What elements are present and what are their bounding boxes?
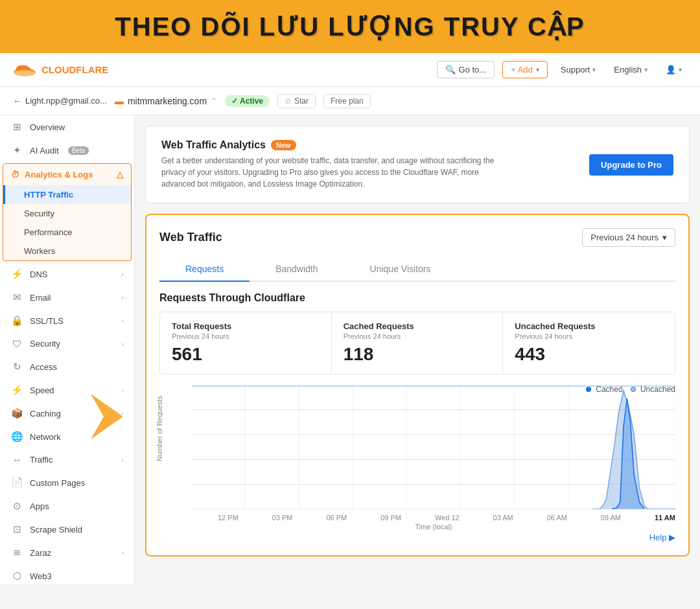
sidebar-item-scrape-shield[interactable]: ⊡ Scrape Shield [0, 518, 134, 541]
sidebar-item-http-traffic[interactable]: HTTP Traffic [3, 185, 131, 204]
chart-container: Cached Uncached Number of Requests [159, 385, 675, 527]
goto-button[interactable]: 🔍 Go to... [437, 61, 495, 78]
x-axis-title: Time (local) [192, 523, 675, 531]
stats-section-title: Requests Through Cloudflare [159, 292, 675, 304]
access-icon: ↻ [10, 361, 23, 373]
caching-icon: 📦 [10, 408, 23, 419]
sidebar-item-access[interactable]: ↻ Access [0, 355, 134, 378]
sidebar-item-dns[interactable]: ⚡ DNS › [0, 262, 134, 286]
custom-pages-icon: 📄 [10, 477, 23, 488]
sidebar-item-network[interactable]: 🌐 Network [0, 425, 134, 448]
main-layout: ⊞ Overview ✦ AI Audit Beta ⏱ Analytics &… [0, 115, 700, 584]
new-badge: New [271, 140, 296, 150]
analytics-logs-header[interactable]: ⏱ Analytics & Logs △ [3, 164, 131, 185]
star-button[interactable]: ☆ Star [277, 94, 316, 108]
upgrade-button[interactable]: Upgrade to Pro [589, 154, 673, 176]
shield-icon: 🛡 [10, 338, 23, 349]
promo-title: Web Traffic Analytics New [161, 139, 511, 151]
traffic-tabs: Requests Bandwidth Unique Visitors [159, 257, 675, 282]
sidebar-item-apps[interactable]: ⊙ Apps [0, 494, 134, 518]
chevron-right-icon: › [121, 456, 124, 464]
traffic-chart: 498 400 300 200 100 0 [192, 385, 675, 509]
promo-description: Get a better understanding of your websi… [161, 155, 511, 190]
scrape-shield-icon: ⊡ [10, 523, 23, 535]
analytics-icon: ⏱ [11, 170, 19, 179]
banner: THEO DÕI LƯU LƯỢNG TRUY CẬP [0, 0, 700, 53]
svg-point-4 [14, 70, 36, 75]
sidebar-item-web3[interactable]: ⬡ Web3 [0, 564, 134, 584]
sidebar: ⊞ Overview ✦ AI Audit Beta ⏱ Analytics &… [0, 115, 135, 584]
cloudflare-logo: CLOUDFLARE [13, 62, 108, 78]
domain-badge: ▬ mitmmarketing.com ⌃ [115, 96, 217, 106]
cached-requests-stat: Cached Requests Previous 24 hours 118 [332, 312, 504, 374]
chevron-down-icon: ▾ [644, 66, 648, 73]
promo-card: Web Traffic Analytics New Get a better u… [145, 126, 690, 203]
traffic-card: Web Traffic Previous 24 hours ▾ Requests… [145, 214, 690, 557]
chart-wrapper: Number of Requests 498 400 300 200 [159, 385, 675, 531]
chevron-right-icon: › [121, 293, 124, 301]
chevron-down-icon: ▾ [662, 233, 667, 242]
chevron-down-icon: ▾ [679, 66, 682, 73]
sidebar-item-zaraz[interactable]: ≋ Zaraz › [0, 541, 134, 564]
sidebar-item-workers[interactable]: Workers [3, 242, 131, 260]
traffic-icon: ↔ [10, 454, 23, 465]
sidebar-item-performance[interactable]: Performance [3, 223, 131, 242]
ai-audit-icon: ✦ [10, 144, 23, 156]
sidebar-item-ssl-tls[interactable]: 🔒 SSL/TLS › [0, 309, 134, 332]
sidebar-item-traffic[interactable]: ↔ Traffic › [0, 448, 134, 471]
search-icon: 🔍 [445, 65, 456, 75]
email-icon: ✉ [10, 292, 23, 303]
chevron-down-icon: ▾ [592, 66, 596, 73]
tab-requests[interactable]: Requests [159, 257, 250, 282]
logo-text: CLOUDFLARE [41, 64, 108, 75]
y-axis-label: Number of Requests [156, 396, 163, 462]
apps-icon: ⊙ [10, 500, 23, 512]
sidebar-item-custom-pages[interactable]: 📄 Custom Pages [0, 471, 134, 494]
user-icon: 👤 [666, 65, 676, 75]
traffic-title: Web Traffic [159, 231, 222, 244]
beta-badge: Beta [68, 146, 89, 155]
overview-icon: ⊞ [10, 121, 23, 133]
sidebar-item-security[interactable]: Security [3, 204, 131, 223]
language-button[interactable]: English ▾ [609, 62, 653, 78]
add-button[interactable]: + Add ▾ [502, 61, 548, 78]
chevron-down-icon: ▾ [536, 66, 539, 73]
plan-badge: Free plan [323, 94, 371, 108]
tab-unique-visitors[interactable]: Unique Visitors [344, 257, 457, 282]
web3-icon: ⬡ [10, 570, 23, 582]
sidebar-item-email[interactable]: ✉ Email › [0, 286, 134, 309]
chevron-right-icon: › [121, 317, 124, 325]
time-range-selector[interactable]: Previous 24 hours ▾ [582, 228, 675, 247]
sidebar-item-security-nav[interactable]: 🛡 Security › [0, 332, 134, 355]
x-axis-labels: 12 PM 03 PM 06 PM 09 PM Wed 12 03 AM 06 … [192, 514, 675, 522]
tab-bandwidth[interactable]: Bandwidth [250, 257, 344, 282]
chevron-right-icon: › [121, 270, 124, 278]
domain-icon: ▬ [115, 96, 124, 106]
active-status-badge: ✓ Active [225, 95, 270, 107]
uncached-requests-stat: Uncached Requests Previous 24 hours 443 [503, 312, 675, 374]
sidebar-item-ai-audit[interactable]: ✦ AI Audit Beta [0, 139, 134, 162]
star-icon: ☆ [285, 97, 292, 106]
collapse-icon: △ [117, 170, 123, 179]
chevron-right-icon: › [121, 409, 124, 417]
zaraz-icon: ≋ [10, 547, 23, 558]
sidebar-item-caching[interactable]: 📦 Caching › [0, 402, 134, 425]
back-button[interactable]: ← Light.npp@gmail.co... [13, 96, 107, 106]
sidebar-item-speed[interactable]: ⚡ Speed › [0, 378, 134, 402]
main-content: Web Traffic Analytics New Get a better u… [135, 115, 700, 584]
domain-bar: ← Light.npp@gmail.co... ▬ mitmmarketing.… [0, 87, 700, 115]
dns-icon: ⚡ [10, 268, 23, 280]
back-icon: ← [13, 96, 21, 106]
chevron-right-icon: › [121, 386, 124, 394]
chevron-right-icon: › [121, 549, 124, 557]
total-requests-stat: Total Requests Previous 24 hours 561 [160, 312, 332, 374]
user-button[interactable]: 👤 ▾ [660, 62, 687, 78]
sidebar-item-overview[interactable]: ⊞ Overview [0, 115, 134, 139]
speed-icon: ⚡ [10, 384, 23, 396]
lock-icon: 🔒 [10, 315, 23, 327]
topbar-actions: 🔍 Go to... + Add ▾ Support ▾ English ▾ 👤… [437, 61, 687, 78]
support-button[interactable]: Support ▾ [555, 62, 601, 78]
traffic-header: Web Traffic Previous 24 hours ▾ [159, 228, 675, 247]
domain-chevron-icon: ⌃ [211, 97, 217, 106]
analytics-logs-section: ⏱ Analytics & Logs △ HTTP Traffic Securi… [3, 163, 132, 261]
